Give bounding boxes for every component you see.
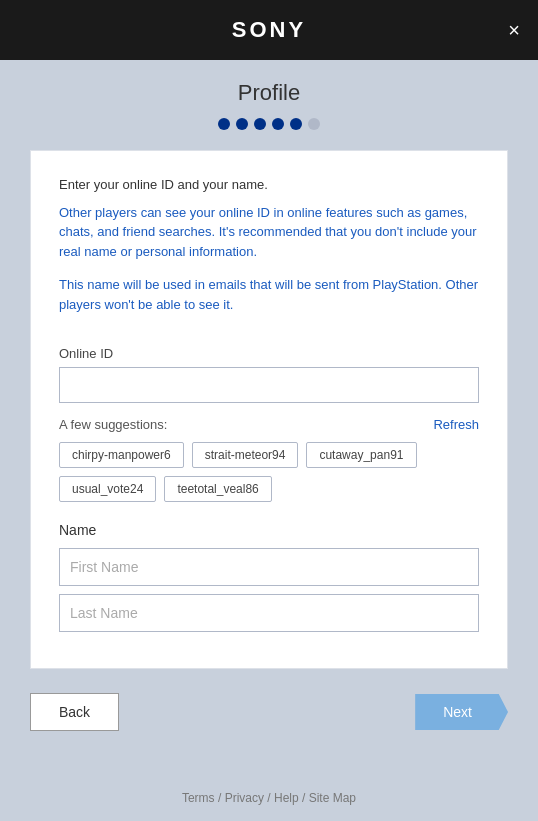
- last-name-input[interactable]: [59, 594, 479, 632]
- suggestions-label: A few suggestions:: [59, 417, 167, 432]
- title-bar: SONY ×: [0, 0, 538, 60]
- close-button[interactable]: ×: [508, 20, 520, 40]
- footer-sep-1: /: [218, 791, 225, 805]
- step-dot-5: [290, 118, 302, 130]
- suggestion-chip-5[interactable]: teetotal_veal86: [164, 476, 271, 502]
- sony-logo: SONY: [232, 17, 306, 43]
- online-id-label: Online ID: [59, 346, 479, 361]
- content-card: Enter your online ID and your name. Othe…: [30, 150, 508, 669]
- name-section: Name: [59, 522, 479, 640]
- name-label: Name: [59, 522, 479, 538]
- page-header: Profile: [0, 60, 538, 150]
- suggestion-chip-1[interactable]: chirpy-manpower6: [59, 442, 184, 468]
- help-link[interactable]: Help: [274, 791, 299, 805]
- step-dot-3: [254, 118, 266, 130]
- step-indicator: [0, 118, 538, 130]
- page-title: Profile: [0, 80, 538, 106]
- step-dot-2: [236, 118, 248, 130]
- site-map-link[interactable]: Site Map: [309, 791, 356, 805]
- suggestions-row: A few suggestions: Refresh: [59, 417, 479, 432]
- main-window: SONY × Profile Enter your online ID and …: [0, 0, 538, 821]
- intro-text-2: Other players can see your online ID in …: [59, 203, 479, 262]
- footer: Terms / Privacy / Help / Site Map: [0, 767, 538, 821]
- first-name-input[interactable]: [59, 548, 479, 586]
- suggestion-chip-3[interactable]: cutaway_pan91: [306, 442, 416, 468]
- footer-sep-2: /: [267, 791, 274, 805]
- online-id-input[interactable]: [59, 367, 479, 403]
- footer-sep-3: /: [302, 791, 309, 805]
- refresh-button[interactable]: Refresh: [433, 417, 479, 432]
- suggestion-chip-4[interactable]: usual_vote24: [59, 476, 156, 502]
- terms-link[interactable]: Terms: [182, 791, 215, 805]
- step-dot-1: [218, 118, 230, 130]
- intro-text-1: Enter your online ID and your name.: [59, 175, 479, 195]
- step-dot-6: [308, 118, 320, 130]
- nav-buttons: Back Next: [30, 693, 508, 731]
- suggestions-chips: chirpy-manpower6 strait-meteor94 cutaway…: [59, 442, 479, 502]
- intro-text-3: This name will be used in emails that wi…: [59, 275, 479, 314]
- privacy-link[interactable]: Privacy: [225, 791, 264, 805]
- back-button[interactable]: Back: [30, 693, 119, 731]
- step-dot-4: [272, 118, 284, 130]
- next-button[interactable]: Next: [415, 694, 508, 730]
- suggestion-chip-2[interactable]: strait-meteor94: [192, 442, 299, 468]
